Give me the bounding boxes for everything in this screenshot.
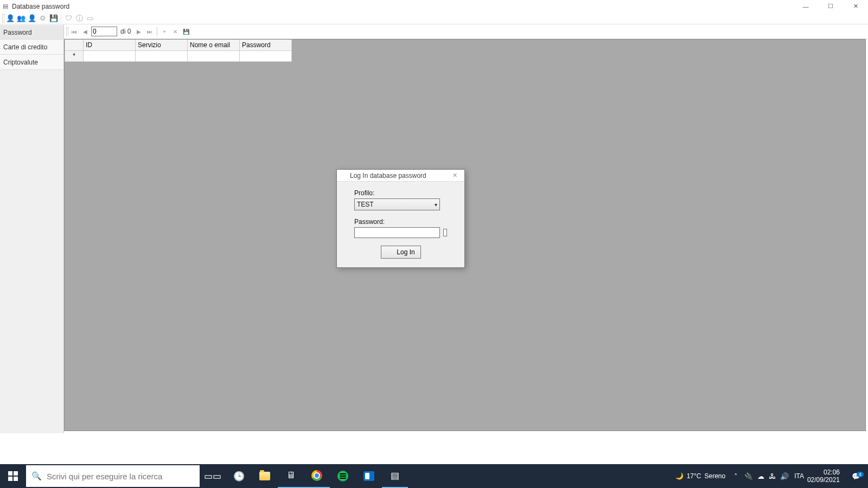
app-task-icon[interactable]: ▤ — [382, 464, 408, 488]
explorer-icon[interactable] — [252, 464, 278, 488]
chrome-icon[interactable] — [304, 464, 330, 488]
login-button-label: Log In — [397, 248, 414, 256]
clock-time: 02:06 — [807, 468, 840, 476]
chevron-up-icon: ˄ — [734, 472, 738, 480]
cell-servizio[interactable] — [136, 50, 188, 61]
window-controls: — ☐ ✕ — [793, 0, 868, 12]
gear-icon[interactable]: ⚙ — [38, 14, 48, 23]
taskview-icon[interactable]: ▭▭ — [200, 464, 226, 488]
dialog-close-icon[interactable]: ✕ — [447, 170, 462, 181]
profile-label: Profilo: — [354, 189, 447, 197]
toolbar-grip — [2, 14, 4, 23]
sidebar: Password Carte di credito Criptovalute — [0, 24, 64, 433]
tray-usb-icon[interactable]: 🔌 — [742, 464, 755, 488]
nav-grip — [66, 27, 68, 36]
profile-combobox[interactable]: TEST ▾ — [354, 198, 440, 210]
minimize-button[interactable]: — — [793, 0, 818, 12]
windows-icon — [8, 471, 18, 481]
export-icon[interactable]: ▭ — [85, 14, 95, 23]
user-remove-icon[interactable]: 👤 — [27, 14, 37, 23]
dialog-body: Profilo: TEST ▾ Password: Log In — [337, 182, 464, 267]
cell-id[interactable] — [84, 50, 136, 61]
clock-date: 02/09/2021 — [807, 476, 840, 484]
grid-corner — [65, 40, 84, 50]
cell-nome[interactable] — [188, 50, 240, 61]
tray-overflow[interactable]: ˄ — [730, 464, 742, 488]
login-dialog: Log In database password ✕ Profilo: TEST… — [336, 169, 465, 268]
col-id[interactable]: ID — [84, 40, 136, 50]
spotify-icon[interactable] — [330, 464, 356, 488]
col-nome[interactable]: Nome o email — [188, 40, 240, 50]
nav-save-icon[interactable]: 💾 — [181, 27, 191, 36]
nav-first-icon[interactable]: ⏮ — [69, 27, 79, 36]
password-label: Password: — [354, 218, 447, 226]
window-titlebar: ▤ Database password — ☐ ✕ — [0, 0, 868, 12]
save-all-icon[interactable]: 💾 — [49, 14, 59, 23]
show-password-checkbox[interactable] — [443, 229, 447, 236]
row-marker: * — [65, 50, 84, 61]
shield-icon[interactable]: 🛡 — [63, 14, 73, 23]
data-grid[interactable]: ID Servizio Nome o email Password * — [65, 40, 292, 62]
user-group-icon[interactable]: 👥 — [16, 14, 26, 23]
toolbar-separator — [61, 14, 61, 23]
nav-last-icon[interactable]: ⏭ — [145, 27, 155, 36]
password-input[interactable] — [354, 227, 440, 238]
main-toolbar: 👤 👥 👤 ⚙ 💾 🛡 ⓘ ▭ — [0, 12, 868, 24]
system-tray: 🌙 17°C Sereno ˄ 🔌 ☁ 🖧 🔊 ITA 02:06 02/09/… — [671, 464, 868, 488]
login-user-icon — [386, 248, 394, 256]
user-add-icon[interactable]: 👤 — [5, 14, 15, 23]
maximize-button[interactable]: ☐ — [818, 0, 843, 12]
nav-next-icon[interactable]: ▶ — [134, 27, 144, 36]
main-panel: ⏮ ◀ di 0 ▶ ⏭ ＋ ✕ 💾 ID Servizio Nome o em… — [64, 24, 868, 433]
taskbar: 🔍 ▭▭ 🕒 🖥 ▤ 🌙 17°C Sereno ˄ 🔌 ☁ 🖧 🔊 ITA 0… — [0, 464, 868, 488]
settings-app-icon[interactable]: 🖥 — [278, 464, 304, 488]
taskbar-search[interactable]: 🔍 — [26, 465, 200, 487]
info-icon[interactable]: ⓘ — [74, 14, 84, 23]
svg-rect-0 — [8, 471, 12, 476]
window-title: Database password — [12, 3, 69, 10]
dialog-title: Log In database password — [350, 172, 426, 179]
tray-clock[interactable]: 02:06 02/09/2021 — [807, 468, 844, 484]
action-center-icon[interactable]: 💬 4 — [844, 472, 868, 480]
chevron-down-icon: ▾ — [435, 202, 437, 208]
dialog-titlebar[interactable]: Log In database password ✕ — [337, 170, 464, 182]
clock-app-icon[interactable]: 🕒 — [226, 464, 252, 488]
svg-rect-1 — [14, 471, 18, 476]
search-icon: 🔍 — [26, 471, 47, 481]
sidebar-item-cripto[interactable]: Criptovalute — [0, 55, 63, 70]
weather-cond: Sereno — [704, 472, 725, 480]
close-button[interactable]: ✕ — [843, 0, 868, 12]
start-button[interactable] — [0, 464, 26, 488]
tray-lang[interactable]: ITA — [791, 464, 807, 488]
grid-new-row[interactable]: * — [65, 50, 292, 61]
tray-volume-icon[interactable]: 🔊 — [778, 464, 791, 488]
weather-widget[interactable]: 🌙 17°C Sereno — [671, 464, 730, 488]
grid-area: ID Servizio Nome o email Password * — [64, 39, 866, 431]
nav-of-label: di 0 — [118, 28, 133, 35]
nav-add-icon[interactable]: ＋ — [159, 27, 169, 36]
sidebar-item-password[interactable]: Password — [0, 24, 63, 40]
record-navigator: ⏮ ◀ di 0 ▶ ⏭ ＋ ✕ 💾 — [64, 24, 868, 39]
search-input[interactable] — [47, 472, 200, 481]
nav-separator — [157, 27, 157, 36]
tray-onedrive-icon[interactable]: ☁ — [755, 464, 767, 488]
dialog-user-icon — [339, 172, 348, 179]
nav-delete-icon[interactable]: ✕ — [170, 27, 180, 36]
svg-rect-3 — [14, 477, 18, 481]
app-icon: ▤ — [1, 2, 10, 11]
cell-password[interactable] — [240, 50, 292, 61]
nav-prev-icon[interactable]: ◀ — [80, 27, 90, 36]
sidebar-item-carte[interactable]: Carte di credito — [0, 40, 63, 55]
nav-position-input[interactable] — [91, 27, 117, 36]
profile-value: TEST — [357, 201, 374, 208]
login-button[interactable]: Log In — [381, 246, 421, 259]
outlook-icon[interactable] — [356, 464, 382, 488]
moon-icon: 🌙 — [675, 472, 684, 480]
notif-badge: 4 — [857, 472, 864, 477]
col-password[interactable]: Password — [240, 40, 292, 50]
weather-temp: 17°C — [687, 472, 701, 480]
taskbar-apps: ▭▭ 🕒 🖥 ▤ — [200, 464, 408, 488]
tray-network-icon[interactable]: 🖧 — [767, 464, 778, 488]
col-servizio[interactable]: Servizio — [136, 40, 188, 50]
svg-rect-2 — [8, 477, 12, 481]
